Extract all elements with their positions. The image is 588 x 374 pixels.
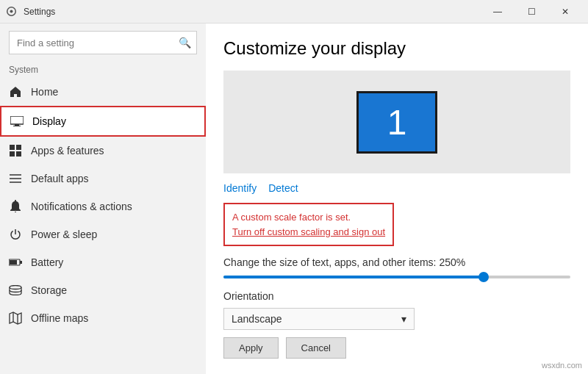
svg-rect-5: [16, 145, 21, 150]
map-icon: [9, 312, 22, 325]
storage-icon: [9, 284, 22, 297]
scale-label: Change the size of text, apps, and other…: [223, 256, 570, 268]
slider-thumb[interactable]: [478, 272, 489, 282]
cancel-button[interactable]: Cancel: [286, 337, 346, 359]
search-input[interactable]: [9, 31, 197, 54]
sidebar-item-storage[interactable]: Storage: [0, 276, 206, 304]
home-icon: [9, 85, 22, 98]
sidebar-item-power[interactable]: Power & sleep: [0, 220, 206, 248]
sidebar-item-home-label: Home: [31, 86, 58, 98]
detect-link[interactable]: Detect: [268, 182, 298, 194]
title-bar: Settings — ☐ ✕: [0, 0, 588, 24]
page-title: Customize your display: [223, 38, 570, 59]
app-body: 🔍 System Home Display: [0, 24, 588, 374]
close-button[interactable]: ✕: [548, 0, 582, 24]
minimize-button[interactable]: —: [481, 0, 514, 24]
sidebar-item-default-apps-label: Default apps: [31, 173, 89, 184]
sidebar-item-power-label: Power & sleep: [31, 229, 97, 240]
title-bar-left: Settings: [6, 6, 55, 18]
orientation-value: Landscape: [232, 313, 282, 325]
sidebar-item-display-label: Display: [32, 115, 66, 127]
warning-line-2[interactable]: Turn off custom scaling and sign out: [232, 225, 385, 240]
battery-icon: [9, 256, 22, 269]
sidebar-item-battery-label: Battery: [31, 256, 63, 268]
svg-rect-4: [10, 145, 15, 150]
apply-button[interactable]: Apply: [223, 337, 279, 359]
sidebar-item-notifications[interactable]: Notifications & actions: [0, 193, 206, 220]
monitor-box: 1: [356, 91, 437, 154]
search-icon: 🔍: [179, 37, 191, 48]
maximize-button[interactable]: ☐: [514, 0, 548, 24]
slider-track: [223, 276, 570, 278]
svg-point-0: [10, 10, 13, 12]
orientation-label: Orientation: [223, 290, 570, 302]
chevron-down-icon: ▾: [401, 313, 406, 325]
links-row: Identify Detect: [223, 182, 570, 194]
bottom-buttons: Apply Cancel: [223, 337, 570, 359]
sidebar-item-offline-maps-label: Offline maps: [31, 312, 88, 324]
default-apps-icon: [9, 172, 22, 185]
sidebar-item-home[interactable]: Home: [0, 78, 206, 106]
apps-icon: [9, 144, 22, 157]
svg-marker-16: [10, 312, 21, 324]
sidebar-item-notifications-label: Notifications & actions: [31, 201, 132, 212]
identify-link[interactable]: Identify: [223, 182, 257, 194]
title-bar-controls: — ☐ ✕: [481, 0, 582, 24]
sidebar-item-default-apps[interactable]: Default apps: [0, 165, 206, 193]
sidebar-item-battery[interactable]: Battery: [0, 248, 206, 276]
monitor-number: 1: [387, 102, 407, 143]
sidebar-item-offline-maps[interactable]: Offline maps: [0, 304, 206, 332]
orientation-select[interactable]: Landscape ▾: [223, 308, 415, 330]
svg-rect-3: [13, 126, 21, 126]
svg-rect-6: [10, 151, 15, 157]
warning-box: A custom scale factor is set. Turn off c…: [223, 203, 394, 246]
sidebar: 🔍 System Home Display: [0, 24, 206, 374]
watermark: wsxdn.com: [542, 361, 582, 370]
svg-rect-12: [10, 260, 17, 265]
title-bar-title: Settings: [24, 7, 55, 17]
notifications-icon: [9, 200, 22, 213]
scale-slider-container[interactable]: [223, 276, 570, 278]
sidebar-section-label: System: [0, 60, 206, 78]
svg-rect-2: [15, 124, 19, 126]
main-content: Customize your display 1 Identify Detect…: [206, 24, 588, 374]
slider-fill: [223, 276, 484, 278]
monitor-preview: 1: [223, 71, 570, 173]
display-icon: [10, 115, 24, 128]
svg-point-15: [10, 286, 21, 290]
power-icon: [9, 228, 22, 241]
svg-rect-1: [10, 116, 24, 124]
settings-app-icon: [6, 6, 18, 18]
sidebar-search-container: 🔍: [9, 31, 197, 54]
sidebar-item-apps-features[interactable]: Apps & features: [0, 137, 206, 165]
warning-line-1: A custom scale factor is set.: [232, 210, 385, 225]
svg-rect-7: [16, 151, 21, 157]
sidebar-item-storage-label: Storage: [31, 284, 67, 296]
sidebar-item-display[interactable]: Display: [0, 106, 206, 137]
sidebar-item-apps-label: Apps & features: [31, 145, 104, 157]
